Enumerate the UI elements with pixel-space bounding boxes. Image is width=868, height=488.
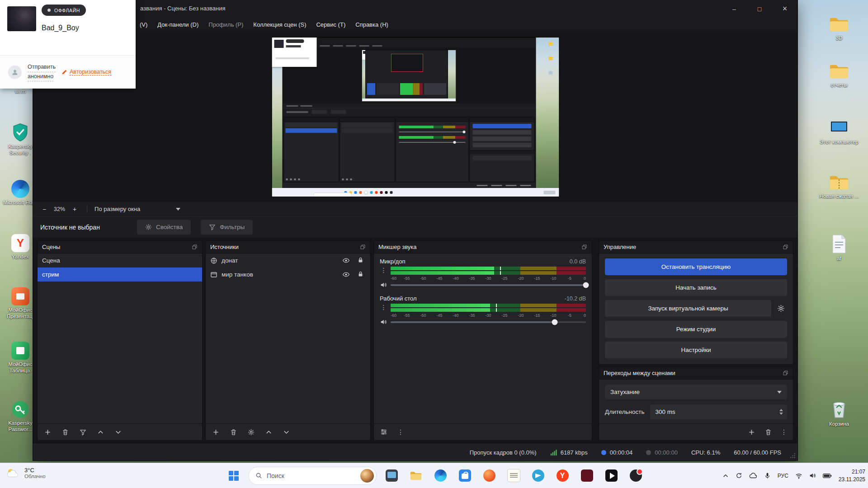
sync-icon[interactable] bbox=[736, 472, 742, 479]
edge-icon[interactable] bbox=[431, 466, 450, 485]
source-properties-button[interactable] bbox=[247, 428, 255, 436]
language-indicator[interactable]: РУС bbox=[778, 473, 788, 479]
remove-source-button[interactable] bbox=[229, 428, 237, 436]
channel-menu-icon[interactable]: ⋮ bbox=[381, 304, 387, 310]
add-scene-button[interactable] bbox=[43, 428, 52, 436]
start-button[interactable] bbox=[224, 466, 243, 485]
add-source-button[interactable] bbox=[212, 428, 220, 436]
preview-canvas[interactable] bbox=[272, 38, 559, 197]
popout-icon[interactable] bbox=[783, 244, 788, 250]
desktop-icon-this-pc[interactable]: Этот компьютер bbox=[819, 119, 859, 145]
menu-scene-collection[interactable]: Коллекция сцен (S) bbox=[248, 18, 311, 32]
volume-slider[interactable] bbox=[391, 319, 586, 325]
menu-docks[interactable]: Док-панели (D) bbox=[152, 18, 203, 32]
menu-help[interactable]: Справка (H) bbox=[350, 18, 393, 32]
tray-expand-icon[interactable] bbox=[722, 473, 729, 479]
mixer-menu-icon[interactable]: ⋮ bbox=[397, 429, 404, 435]
menu-tools[interactable]: Сервис (T) bbox=[311, 18, 350, 32]
taskbar-app-darkred[interactable] bbox=[577, 466, 596, 485]
title-bar[interactable]: азвания - Сцены: Без названия – □ × bbox=[33, 0, 797, 18]
battery-icon[interactable] bbox=[823, 473, 832, 479]
move-source-up-button[interactable] bbox=[264, 428, 273, 436]
settings-button[interactable]: Настройки bbox=[605, 342, 787, 358]
spin-up-icon[interactable] bbox=[779, 409, 783, 411]
clock[interactable]: 21:07 23.11.2025 bbox=[839, 468, 865, 483]
speaker-icon[interactable] bbox=[380, 282, 387, 288]
move-scene-down-button[interactable] bbox=[114, 428, 122, 436]
controls-header[interactable]: Управление bbox=[599, 241, 793, 253]
popout-icon[interactable] bbox=[192, 244, 198, 250]
volume-icon[interactable] bbox=[809, 472, 816, 479]
properties-button[interactable]: Свойства bbox=[137, 220, 191, 235]
desktop-icon-recycle-bin[interactable]: Корзина bbox=[819, 399, 859, 427]
lock-icon[interactable] bbox=[357, 271, 364, 278]
desktop-icon-zip-folder[interactable]: Новая сжатая ... bbox=[819, 174, 859, 199]
zoom-fit-dropdown[interactable]: По размеру окна bbox=[94, 206, 180, 212]
taskbar-app-play[interactable] bbox=[602, 466, 621, 485]
microphone-icon[interactable] bbox=[764, 472, 771, 479]
popout-icon[interactable] bbox=[360, 244, 366, 250]
transitions-menu-icon[interactable]: ⋮ bbox=[781, 429, 787, 435]
send-anonymous-link[interactable]: Отправить анонимно bbox=[28, 63, 56, 81]
maximize-button[interactable]: □ bbox=[747, 0, 772, 18]
move-scene-up-button[interactable] bbox=[96, 428, 104, 436]
scene-item[interactable]: Сцена bbox=[38, 253, 202, 267]
add-transition-button[interactable] bbox=[747, 428, 755, 436]
visibility-eye-icon[interactable] bbox=[342, 271, 350, 278]
zoom-out-button[interactable]: − bbox=[39, 205, 49, 214]
lock-icon[interactable] bbox=[357, 257, 364, 264]
weather-widget[interactable]: 3°C Облачно bbox=[5, 467, 46, 479]
close-button[interactable]: × bbox=[772, 0, 797, 18]
authorize-link[interactable]: Авторизоваться bbox=[61, 69, 111, 75]
slider-handle[interactable] bbox=[552, 319, 557, 325]
stop-streaming-button[interactable]: Остановить трансляцию bbox=[605, 258, 787, 275]
mixer-header[interactable]: Микшер звука bbox=[374, 241, 592, 253]
remove-scene-button[interactable] bbox=[61, 428, 69, 436]
source-item[interactable]: мир танков bbox=[206, 267, 370, 282]
store-icon[interactable] bbox=[455, 466, 474, 485]
visibility-eye-icon[interactable] bbox=[342, 257, 350, 264]
transition-select[interactable]: Затухание bbox=[605, 385, 787, 399]
taskbar-app-badge[interactable] bbox=[626, 466, 645, 485]
telegram-icon[interactable] bbox=[528, 466, 547, 485]
search-box[interactable]: Поиск bbox=[249, 467, 377, 485]
wifi-icon[interactable] bbox=[795, 472, 802, 479]
source-item[interactable]: донат bbox=[206, 253, 370, 267]
taskbar-app-orange[interactable] bbox=[480, 466, 499, 485]
search-highlight-image[interactable] bbox=[360, 469, 374, 483]
onedrive-cloud-icon[interactable] bbox=[749, 473, 757, 479]
resize-grip[interactable] bbox=[790, 453, 796, 459]
transitions-header[interactable]: Переходы между сценами bbox=[599, 367, 793, 380]
channel-menu-icon[interactable]: ⋮ bbox=[381, 267, 387, 273]
yandex-browser-icon[interactable]: Y bbox=[553, 466, 572, 485]
filters-button[interactable]: Фильтры bbox=[201, 220, 253, 235]
mixer-settings-icon[interactable] bbox=[380, 428, 388, 436]
virtual-camera-settings-icon[interactable] bbox=[774, 302, 787, 315]
popout-icon[interactable] bbox=[581, 244, 587, 250]
scenes-header[interactable]: Сцены bbox=[38, 241, 202, 253]
file-explorer-icon[interactable] bbox=[406, 466, 425, 485]
zoom-in-button[interactable]: + bbox=[70, 205, 80, 214]
volume-slider[interactable] bbox=[391, 282, 586, 288]
menu-view[interactable]: (V) bbox=[135, 18, 152, 32]
desktop-icon-af[interactable]: af bbox=[819, 234, 859, 262]
spin-down-icon[interactable] bbox=[779, 413, 783, 415]
scene-item-selected[interactable]: стрим bbox=[38, 267, 202, 282]
virtual-camera-button[interactable]: Запуск виртуальной камеры bbox=[605, 300, 771, 317]
desktop-icon-reports[interactable]: отчеты bbox=[819, 62, 859, 88]
slider-handle[interactable] bbox=[583, 282, 589, 288]
notepad-icon[interactable] bbox=[504, 466, 523, 485]
remove-transition-button[interactable] bbox=[764, 428, 772, 436]
desktop-icon-3d[interactable]: 3D bbox=[819, 15, 859, 41]
taskbar-app-monitor[interactable] bbox=[382, 466, 401, 485]
start-recording-button[interactable]: Начать запись bbox=[605, 279, 787, 296]
minimize-button[interactable]: – bbox=[722, 0, 747, 18]
move-source-down-button[interactable] bbox=[282, 428, 290, 436]
scene-filters-button[interactable] bbox=[79, 428, 87, 436]
speaker-icon[interactable] bbox=[380, 319, 387, 325]
popout-icon[interactable] bbox=[783, 370, 788, 376]
sources-header[interactable]: Источники bbox=[206, 241, 370, 253]
duration-input[interactable]: 300 ms bbox=[650, 404, 788, 419]
studio-mode-button[interactable]: Режим студии bbox=[605, 321, 787, 338]
menu-profile[interactable]: Профиль (P) bbox=[203, 18, 248, 32]
